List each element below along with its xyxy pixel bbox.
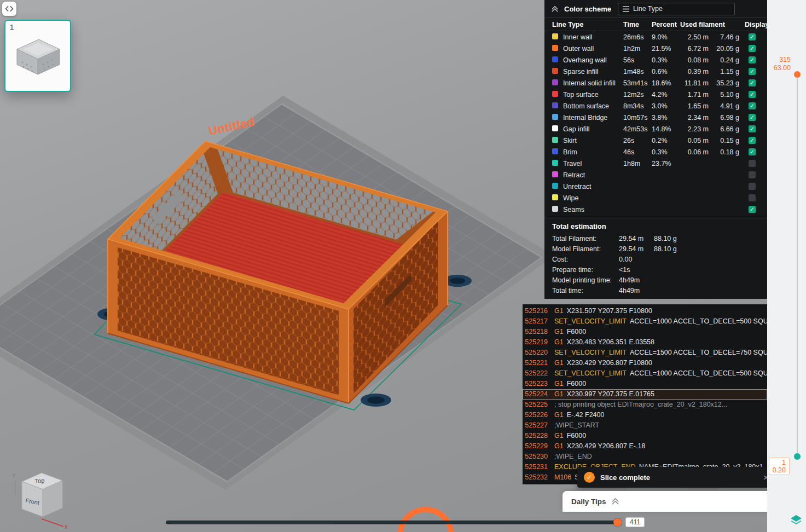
gcode-line[interactable]: 525226 G1 E-.42 F2400: [523, 410, 767, 420]
estimation-value-1: <1s: [619, 266, 654, 274]
gcode-line[interactable]: 525216 G1 X231.507 Y207.375 F10800: [523, 306, 767, 316]
line-type-percent: 9.0%: [652, 33, 679, 41]
line-type-time: 42m53s: [623, 125, 652, 133]
display-checkbox[interactable]: [749, 183, 756, 190]
line-type-row: Inner wall 26m6s 9.0% 2.50 m 7.46 g: [544, 31, 767, 43]
line-type-time: 10m57s: [623, 114, 652, 122]
gcode-line[interactable]: 525219 G1 X230.483 Y206.351 E.03558: [523, 337, 767, 348]
estimation-label: Prepare time:: [552, 266, 619, 274]
line-type-row: Seams: [544, 204, 767, 215]
line-type-label: Unretract: [563, 183, 623, 190]
gcode-line-number: 525226: [523, 410, 548, 420]
estimation-row: Model printing time: 4h49m: [544, 275, 767, 285]
line-type-time: 53m41s: [623, 79, 652, 87]
gcode-line-number: 525221: [523, 358, 548, 368]
move-slider-track[interactable]: [166, 521, 621, 524]
line-type-used-weight: 5.10 g: [713, 91, 744, 99]
gcode-command: G1: [554, 379, 564, 389]
color-scheme-panel: Color scheme Line Type Line Type Time Pe…: [544, 0, 767, 299]
move-slider-handle[interactable]: [613, 518, 622, 527]
gcode-line[interactable]: 525222 SET_VELOCITY_LIMIT ACCEL=1000 ACC…: [523, 368, 767, 379]
gcode-line-number: 525225: [523, 400, 548, 410]
line-type-used-weight: 20.05 g: [713, 45, 744, 53]
gcode-params: F6000: [567, 379, 586, 389]
line-type-percent: 23.7%: [652, 160, 679, 167]
display-checkbox[interactable]: [749, 206, 756, 213]
display-checkbox[interactable]: [749, 79, 756, 86]
gcode-line[interactable]: 525221 G1 X230.429 Y206.807 F10800: [523, 358, 767, 368]
gcode-line-number: 525218: [523, 327, 548, 337]
line-type-used-length: 11.81 m: [679, 79, 713, 87]
gcode-params: ;WIPE_START: [554, 420, 599, 431]
line-type-time: 26m6s: [623, 33, 652, 41]
gcode-line[interactable]: 525227 ;WIPE_START: [523, 420, 767, 431]
display-checkbox[interactable]: [749, 137, 756, 144]
display-checkbox[interactable]: [749, 194, 756, 201]
gcode-line[interactable]: 525228 G1 F6000: [523, 431, 767, 441]
line-type-row: Sparse infill 1m48s 0.6% 0.39 m 1.15 g: [544, 66, 767, 77]
line-type-dropdown[interactable]: Line Type: [618, 3, 735, 15]
gcode-line-number: 525216: [523, 306, 548, 316]
display-checkbox[interactable]: [749, 91, 756, 98]
line-type-label: Travel: [563, 160, 623, 167]
estimation-label: Model Filament:: [552, 245, 619, 253]
display-checkbox[interactable]: [749, 160, 756, 167]
display-checkbox[interactable]: [749, 33, 756, 41]
daily-tips-bar[interactable]: Daily Tips: [563, 491, 784, 512]
line-type-used-weight: 35.23 g: [713, 79, 744, 87]
collapse-panel-icon[interactable]: [551, 5, 559, 13]
line-type-used-weight: 6.66 g: [713, 125, 744, 133]
display-checkbox[interactable]: [749, 102, 756, 109]
line-type-percent: 18.6%: [652, 79, 679, 87]
gcode-params: X230.483 Y206.351 E.03558: [567, 337, 654, 348]
gcode-line[interactable]: 525218 G1 F6000: [523, 327, 767, 337]
layer-slider-track[interactable]: [797, 78, 798, 456]
display-checkbox[interactable]: [749, 148, 756, 155]
gcode-params: F6000: [567, 431, 586, 441]
col-percent: Percent: [652, 21, 680, 28]
axis-z-label: z: [13, 472, 16, 478]
layers-view-button[interactable]: [790, 513, 803, 529]
gcode-line[interactable]: 525225 ; stop printing object EDITmajroo…: [523, 400, 767, 410]
display-checkbox[interactable]: [749, 45, 756, 52]
success-icon: ✓: [584, 472, 595, 483]
display-checkbox[interactable]: [749, 114, 756, 121]
display-checkbox[interactable]: [749, 171, 756, 178]
line-type-percent: 0.6%: [652, 68, 679, 76]
plate-thumbnail[interactable]: 1: [4, 20, 71, 92]
estimation-label: Cost:: [552, 256, 619, 263]
line-type-percent: 4.2%: [652, 91, 679, 99]
corner-ring: [361, 394, 391, 407]
line-type-percent: 0.3%: [652, 148, 679, 156]
gcode-command: G1: [554, 358, 564, 368]
line-type-color-swatch: [552, 194, 558, 200]
line-type-percent: 0.3%: [652, 56, 679, 64]
plate-thumbnail-index: 1: [10, 23, 14, 31]
line-type-table-header: Line Type Time Percent Used filament Dis…: [544, 18, 767, 31]
gcode-line[interactable]: 525223 G1 F6000: [523, 379, 767, 389]
gcode-command: M106: [554, 472, 571, 483]
estimation-row: Cost: 0.00: [544, 254, 767, 264]
display-checkbox[interactable]: [749, 56, 756, 63]
display-checkbox[interactable]: [749, 125, 756, 132]
gcode-params: ACCEL=1500 ACCEL_TO_DECEL=750 SQU...: [630, 348, 767, 358]
gcode-line-number: 525228: [523, 431, 548, 441]
gcode-line[interactable]: 525230 ;WIPE_END: [523, 452, 767, 462]
sidebar-expand-button[interactable]: [2, 2, 16, 16]
layer-slider-bottom-handle[interactable]: [794, 453, 801, 460]
gcode-line[interactable]: 525217 SET_VELOCITY_LIMIT ACCEL=1000 ACC…: [523, 316, 767, 327]
line-type-used-length: 2.23 m: [679, 125, 713, 133]
display-checkbox[interactable]: [749, 68, 756, 75]
line-type-label: Skirt: [563, 137, 623, 144]
chevrons-horizontal-icon: [3, 2, 16, 15]
navigation-cube[interactable]: Top Front z x: [13, 472, 68, 530]
gcode-line[interactable]: 525229 G1 X230.429 Y206.807 E-.18: [523, 441, 767, 452]
line-type-used-weight: 0.24 g: [713, 56, 744, 64]
line-type-dropdown-value: Line Type: [633, 5, 663, 13]
gcode-line[interactable]: 525224 G1 X230.997 Y207.375 E.01765: [523, 389, 767, 400]
line-type-color-swatch: [552, 183, 558, 189]
layer-slider-top-handle[interactable]: [794, 71, 801, 78]
gcode-line[interactable]: 525220 SET_VELOCITY_LIMIT ACCEL=1500 ACC…: [523, 348, 767, 358]
gcode-params: ACCEL=1000 ACCEL_TO_DECEL=500 SQU...: [630, 316, 767, 327]
line-type-color-swatch: [552, 171, 558, 177]
